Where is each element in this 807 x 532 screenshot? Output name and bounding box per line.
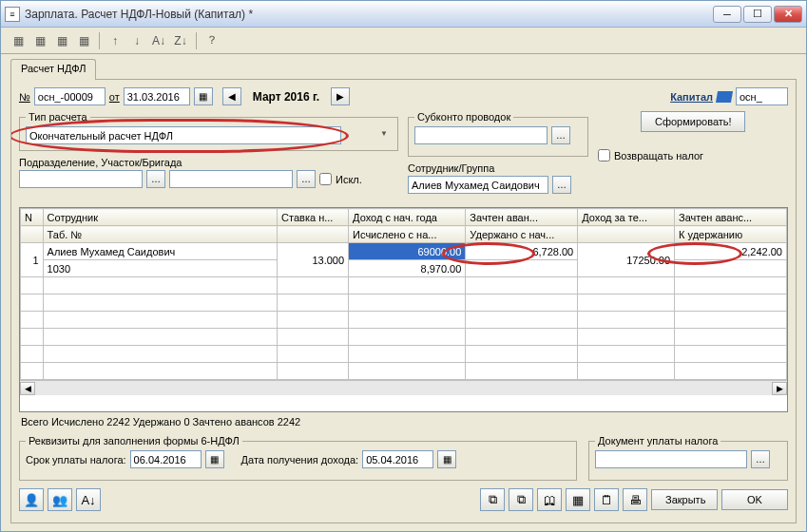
- return-tax-checkbox[interactable]: Возвращать налог: [598, 149, 788, 162]
- tb-sep: [99, 32, 100, 49]
- tb-new-icon[interactable]: ▦: [9, 31, 28, 50]
- calc-type-select[interactable]: Окончательный расчет НДФЛ: [26, 126, 341, 144]
- doc-icon: ≡: [5, 7, 20, 22]
- footer-icon-8[interactable]: 🗒: [594, 488, 619, 511]
- subdiv-select-1-button[interactable]: …: [146, 170, 165, 188]
- footer-icon-6[interactable]: 🕮: [537, 488, 562, 511]
- tb-del-icon[interactable]: ▦: [52, 31, 71, 50]
- window-title: Зарплата. Расчет НДФЛ-Новый (Капитал) *: [25, 8, 713, 21]
- next-period-button[interactable]: ▶: [331, 87, 350, 105]
- subdiv-label: Подразделение, Участок/Бригада: [19, 157, 398, 168]
- scroll-right-icon[interactable]: ▶: [772, 382, 787, 395]
- num-label[interactable]: №: [19, 91, 30, 103]
- ok-button[interactable]: OK: [721, 489, 788, 510]
- req6-legend: Реквизиты для заполнения формы 6-НДФЛ: [26, 435, 242, 446]
- col-emp[interactable]: Сотрудник: [43, 209, 278, 226]
- income-date-label: Дата получения дохода:: [241, 454, 359, 466]
- col-n[interactable]: N: [21, 209, 44, 226]
- subdiv-input-1[interactable]: [19, 170, 143, 188]
- tb-down-icon[interactable]: ↓: [127, 31, 146, 50]
- tb-up-icon[interactable]: ↑: [106, 31, 125, 50]
- calendar-icon[interactable]: ▦: [194, 87, 213, 105]
- subkonto-select-button[interactable]: …: [551, 126, 570, 144]
- period-label: Март 2016 г.: [253, 90, 319, 104]
- footer-icon-5[interactable]: ⧉: [509, 488, 533, 511]
- col-to-withhold[interactable]: Зачтен аванс...: [675, 209, 787, 226]
- doc-date-input[interactable]: [124, 87, 190, 105]
- calendar-icon[interactable]: ▦: [437, 450, 456, 468]
- subdiv-input-2[interactable]: [169, 170, 293, 188]
- employee-input[interactable]: [408, 176, 548, 194]
- summary-text: Всего Исчислено 2242 Удержано 0 Зачтено …: [21, 416, 300, 428]
- org-label[interactable]: Капитал: [670, 91, 713, 103]
- tb-sort-desc-icon[interactable]: Z↓: [171, 31, 190, 50]
- titlebar: ≡ Зарплата. Расчет НДФЛ-Новый (Капитал) …: [1, 1, 806, 28]
- close-button[interactable]: ✕: [774, 6, 802, 23]
- pay-deadline-input[interactable]: [130, 450, 202, 468]
- pay-deadline-label: Срок уплаты налога:: [26, 454, 126, 466]
- col-income-ytd[interactable]: Доход с нач. года: [349, 209, 466, 226]
- col-credited[interactable]: Зачтен аван...: [466, 209, 578, 226]
- footer-icon-4[interactable]: ⧉: [480, 488, 505, 511]
- col-tab[interactable]: Таб. №: [43, 226, 278, 243]
- footer-icon-9[interactable]: 🖶: [623, 488, 647, 511]
- col-calc-ytd[interactable]: Исчислено с на...: [349, 226, 466, 243]
- subkonto-input[interactable]: [414, 126, 548, 144]
- tax-doc-select-button[interactable]: …: [751, 450, 770, 468]
- footer-icon-7[interactable]: ▦: [566, 488, 590, 511]
- tax-doc-input[interactable]: [595, 450, 747, 468]
- table-row[interactable]: 1 Алиев Мухамед Саидович 13.000 69000.00…: [21, 243, 787, 260]
- footer-icon-2[interactable]: 👥: [48, 488, 72, 511]
- tb-help-icon[interactable]: ？: [202, 31, 221, 50]
- grid[interactable]: N Сотрудник Ставка н... Доход с нач. год…: [19, 207, 788, 412]
- tb-refresh-icon[interactable]: ▦: [74, 31, 93, 50]
- tb-sep: [196, 32, 197, 49]
- h-scrollbar[interactable]: ◀ ▶: [20, 380, 787, 395]
- footer-icon-1[interactable]: 👤: [19, 488, 44, 511]
- minimize-button[interactable]: ─: [713, 6, 741, 23]
- tax-doc-legend: Документ уплаты налога: [595, 435, 721, 446]
- employee-select-button[interactable]: …: [552, 176, 571, 194]
- tb-sort-asc-icon[interactable]: A↓: [149, 31, 168, 50]
- subkonto-legend: Субконто проводок: [414, 111, 513, 123]
- col-rate[interactable]: Ставка н...: [278, 209, 349, 226]
- employee-group-label: Сотрудник/Группа: [408, 162, 588, 174]
- income-date-input[interactable]: [362, 450, 433, 468]
- maximize-button[interactable]: ☐: [743, 6, 772, 23]
- excl-checkbox[interactable]: Искл.: [319, 173, 362, 185]
- tb-copy-icon[interactable]: ▦: [30, 31, 49, 50]
- subdiv-select-2-button[interactable]: …: [297, 170, 316, 188]
- col-withheld-ytd[interactable]: Удержано с нач...: [466, 226, 578, 243]
- footer-icon-3[interactable]: A↓: [76, 488, 101, 511]
- toolbar: ▦ ▦ ▦ ▦ ↑ ↓ A↓ Z↓ ？: [1, 28, 806, 54]
- calendar-icon[interactable]: ▦: [205, 450, 224, 468]
- col-withhold[interactable]: К удержанию: [675, 226, 787, 243]
- flag-icon: [716, 91, 733, 103]
- scroll-left-icon[interactable]: ◀: [20, 382, 35, 395]
- doc-number-input[interactable]: [34, 87, 106, 105]
- prev-period-button[interactable]: ◀: [222, 87, 241, 105]
- close-form-button[interactable]: Закрыть: [651, 489, 718, 510]
- col-income-cur[interactable]: Доход за те...: [578, 209, 675, 226]
- calc-type-legend: Тип расчета: [26, 111, 90, 123]
- form-button[interactable]: Сформировать!: [641, 111, 745, 132]
- org-input[interactable]: [736, 87, 788, 105]
- tab-calc[interactable]: Расчет НДФЛ: [10, 59, 96, 80]
- date-label[interactable]: от: [109, 91, 120, 103]
